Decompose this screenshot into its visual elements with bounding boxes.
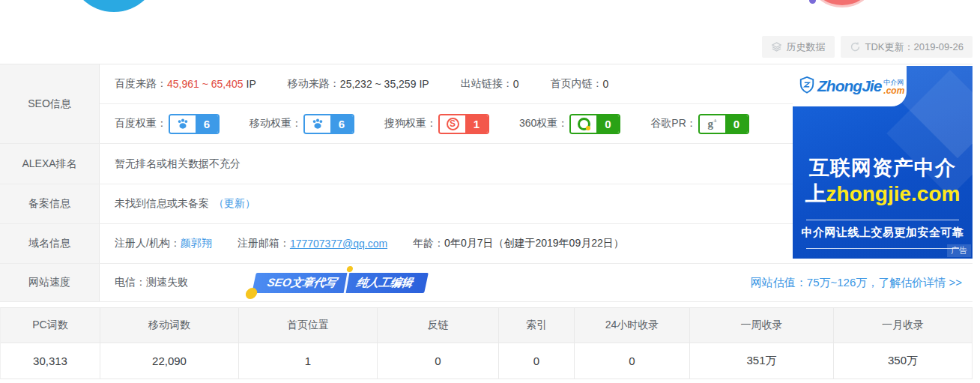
outbound-links: 出站链接： 0: [461, 77, 519, 91]
ad-logo-name: ZhongJie: [817, 77, 881, 95]
shield-icon: [799, 76, 815, 97]
sogou-weight-badge[interactable]: S 1: [438, 114, 489, 134]
ad-logo-com: .com: [883, 87, 904, 95]
stats-header-cell: 24小时收录: [575, 308, 690, 343]
zhongjie-logo: ZhongJie 中介网 .com: [793, 66, 907, 106]
registrant-link[interactable]: 颜郭翔: [181, 237, 212, 250]
speed-row-label: 网站速度: [0, 264, 100, 301]
yellow-dot-icon: [346, 266, 354, 272]
ad-domain-line: 上zhongjie.com: [793, 180, 973, 208]
browser-360-icon: [571, 115, 596, 133]
stats-value-cell: 22,090: [100, 343, 239, 379]
stats-header-cell: 一月收录: [834, 308, 972, 343]
stats-header-cell: 移动词数: [100, 308, 239, 343]
site-valuation: 网站估值：75万~126万，了解估价详情 >>: [751, 276, 973, 290]
telecom-speed-value: 电信：测速失败: [115, 276, 188, 289]
baidu-paw-icon: [170, 115, 196, 133]
mobile-weight-badge[interactable]: 6: [303, 114, 354, 134]
stats-header-cell: 一周收录: [690, 308, 834, 343]
zhongjie-ad-banner[interactable]: ZhongJie 中介网 .com 互联网资产中介 上zhongjie.com …: [793, 66, 973, 259]
tdk-update-label: TDK更新：2019-09-26: [865, 40, 964, 54]
cropped-partner-logo: [812, 0, 872, 7]
icp-row-label: 备案信息: [0, 184, 100, 223]
toolbar: 历史数据 TDK更新：2019-09-26: [762, 36, 973, 58]
stats-header-cell: PC词数: [1, 308, 100, 343]
stats-value-cell: 350万: [834, 343, 972, 379]
site-speed-row: 网站速度 电信：测速失败 SEO文章代写 纯人工编辑 网站估值：75万~126万…: [0, 264, 973, 302]
register-email: 注册邮箱： 177707377@qq.com: [238, 237, 387, 250]
baidu-weight-badge[interactable]: 6: [169, 114, 220, 134]
seo-info-row-label: SEO信息: [0, 64, 100, 143]
history-data-label: 历史数据: [787, 40, 826, 54]
weight-360-badge[interactable]: 0: [569, 114, 620, 134]
mobile-traffic: 移动来路： 25,232 ~ 35,259 IP: [288, 77, 429, 91]
stats-value-cell: 0: [378, 343, 499, 379]
google-plus-icon: g+: [700, 115, 725, 133]
baidu-weight: 百度权重： 6: [115, 114, 220, 134]
mobile-weight: 移动权重： 6: [249, 114, 354, 134]
cropped-logo-dot: [809, 0, 816, 4]
baidu-traffic: 百度来路： 45,961 ~ 65,405 IP: [115, 77, 256, 91]
ad-divider: [806, 248, 959, 249]
refresh-icon: [850, 41, 861, 52]
google-pr: 谷歌PR： g+ 0: [650, 114, 748, 134]
stats-value-cell: 351万: [690, 343, 834, 379]
google-pr-badge[interactable]: g+ 0: [698, 114, 749, 134]
ad-slogan: 中介网让线上交易更加安全可靠: [793, 226, 973, 240]
stats-header-cell: 首页位置: [239, 308, 378, 343]
ad-headline: 互联网资产中介: [793, 154, 973, 181]
stats-value-cell: 0: [575, 343, 690, 379]
stats-value-cell: 30,313: [1, 343, 100, 379]
seo-article-ad-ribbon[interactable]: SEO文章代写 纯人工编辑: [252, 273, 428, 293]
layers-icon: [771, 41, 782, 52]
domain-age: 年龄： 0年0月7日（创建于2019年09月22日）: [413, 237, 624, 250]
registrant: 注册人/机构： 颜郭翔: [115, 237, 212, 250]
ad-divider: [806, 220, 959, 220]
stats-value-cell: 0: [499, 343, 575, 379]
ad-tag-label: 广告: [947, 244, 971, 257]
tdk-update-button[interactable]: TDK更新：2019-09-26: [841, 36, 973, 58]
alexa-row-label: ALEXA排名: [0, 144, 100, 184]
keyword-stats-table: PC词数 移动词数 首页位置 反链 索引 24小时收录 一周收录 一月收录 30…: [0, 307, 973, 379]
valuation-detail-link[interactable]: 了解估价详情 >>: [878, 276, 962, 289]
domain-row-label: 域名信息: [0, 224, 100, 263]
ribbon-divider: [343, 273, 349, 293]
stats-value-cell: 1: [239, 343, 378, 379]
homepage-inner-links: 首页内链： 0: [550, 77, 608, 91]
alexa-value: 暂无排名或相关数据不充分: [115, 157, 241, 171]
stats-header-row: PC词数 移动词数 首页位置 反链 索引 24小时收录 一周收录 一月收录: [1, 308, 972, 343]
weight-360: 360权重： 0: [519, 114, 620, 134]
stats-value-row: 30,313 22,090 1 0 0 0 351万 350万: [1, 343, 972, 379]
history-data-button[interactable]: 历史数据: [762, 36, 835, 58]
icp-update-link[interactable]: （更新）: [214, 197, 255, 211]
sogou-weight: 搜狗权重： S 1: [384, 114, 489, 134]
stats-header-cell: 索引: [499, 308, 575, 343]
cropped-site-logo: [69, 0, 159, 12]
seo-report-page: 历史数据 TDK更新：2019-09-26 SEO信息 百度来路： 45,961…: [0, 0, 980, 383]
yellow-dot-icon: [244, 288, 258, 299]
sogou-s-icon: S: [440, 115, 465, 133]
stats-header-cell: 反链: [378, 308, 499, 343]
baidu-paw-icon: [305, 115, 330, 133]
email-link[interactable]: 177707377@qq.com: [290, 238, 387, 250]
icp-value: 未找到信息或未备案: [115, 197, 209, 211]
